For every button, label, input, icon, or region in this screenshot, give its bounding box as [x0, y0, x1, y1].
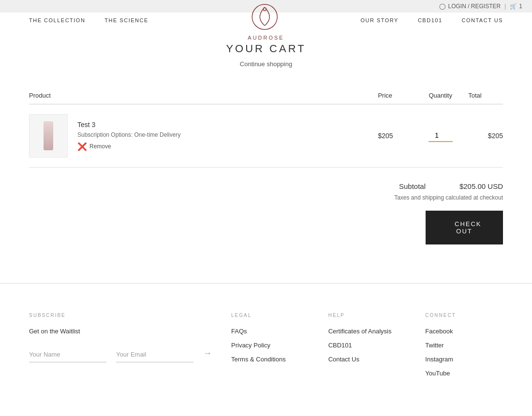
product-thumbnail [44, 121, 53, 150]
remove-button[interactable]: ❌ Remove [77, 142, 180, 151]
product-name: Test 3 [77, 121, 180, 129]
item-total: $205 [468, 104, 503, 168]
footer-facebook-link[interactable]: Facebook [425, 328, 503, 335]
footer-cbd101-link[interactable]: CBD101 [328, 342, 406, 349]
footer-contact-link[interactable]: Contact Us [328, 356, 406, 363]
product-subscription: Subscription Options: One-time Delivery [77, 131, 180, 138]
cart-title: YOUR CART [29, 43, 503, 55]
main-content: YOUR CART Continue shopping Product Pric… [0, 28, 532, 273]
login-register-area[interactable]: ◯ LOGIN / REGISTER [439, 3, 501, 10]
footer-privacy-link[interactable]: Privacy Policy [231, 342, 309, 349]
subtotal-value: $205.00 USD [445, 182, 503, 190]
product-cell: Test 3 Subscription Options: One-time De… [29, 114, 378, 158]
footer-faqs-link[interactable]: FAQs [231, 328, 309, 335]
footer-legal-col: LEGAL FAQs Privacy Policy Terms & Condit… [231, 313, 309, 384]
subtotal-row: Subtotal $205.00 USD [399, 182, 503, 190]
nav-our-story[interactable]: OUR STORY [360, 17, 399, 23]
legal-heading: LEGAL [231, 313, 309, 318]
footer: SUBSCRIBE Get on the Waitlist → LEGAL FA… [0, 293, 532, 403]
col-product: Product [29, 87, 378, 104]
footer-connect-col: CONNECT Facebook Twitter Instagram YouTu… [425, 313, 503, 384]
logo-text: AUDROSE [248, 35, 284, 41]
col-quantity: Quantity [413, 87, 468, 104]
logo[interactable]: AUDROSE [248, 0, 284, 41]
name-input[interactable] [29, 347, 106, 362]
quantity-cell [413, 104, 468, 168]
subscribe-inputs: → [29, 344, 212, 362]
quantity-input[interactable] [429, 129, 453, 142]
continue-shopping-link[interactable]: Continue shopping [240, 60, 292, 68]
divider: | [504, 3, 506, 10]
footer-subscribe-col: SUBSCRIBE Get on the Waitlist → [29, 313, 212, 384]
subscribe-form: → [29, 344, 212, 362]
svg-point-0 [252, 4, 277, 29]
nav-left: THE COLLECTION THE SCIENCE [29, 17, 148, 23]
nav-the-collection[interactable]: THE COLLECTION [29, 17, 85, 23]
remove-icon: ❌ [77, 142, 87, 151]
subtotal-section: Subtotal $205.00 USD Taxes and shipping … [29, 168, 503, 259]
nav-right: OUR STORY CBD101 CONTACT US [360, 17, 503, 23]
user-icon: ◯ [439, 3, 445, 10]
col-price: Price [378, 87, 413, 104]
footer-youtube-link[interactable]: YouTube [425, 370, 503, 377]
svg-point-1 [263, 8, 266, 11]
email-field [116, 347, 193, 362]
email-input[interactable] [116, 347, 193, 362]
connect-heading: CONNECT [425, 313, 503, 318]
remove-label: Remove [89, 143, 111, 150]
footer-divider [0, 283, 532, 284]
cart-icon-area[interactable]: 🛒 1 [510, 3, 522, 10]
help-heading: HELP [328, 313, 406, 318]
subscribe-submit-button[interactable]: → [203, 344, 212, 362]
name-field [29, 347, 106, 362]
footer-coa-link[interactable]: Certificates of Analysis [328, 328, 406, 335]
nav-contact-us[interactable]: CONTACT US [462, 17, 503, 23]
footer-instagram-link[interactable]: Instagram [425, 356, 503, 363]
table-row: Test 3 Subscription Options: One-time De… [29, 104, 503, 168]
nav-cbd101[interactable]: CBD101 [418, 17, 443, 23]
footer-help-col: HELP Certificates of Analysis CBD101 Con… [328, 313, 406, 384]
product-image [29, 114, 68, 158]
cart-icon: 🛒 [510, 3, 517, 10]
footer-twitter-link[interactable]: Twitter [425, 342, 503, 349]
subscribe-description: Get on the Waitlist [29, 328, 212, 335]
cart-count: 1 [519, 3, 522, 10]
item-price: $205 [378, 104, 413, 168]
cart-table: Product Price Quantity Total Test 3 Subs… [29, 87, 503, 168]
subtotal-label: Subtotal [399, 182, 426, 190]
header: THE COLLECTION THE SCIENCE AUDROSE OUR S… [0, 13, 532, 28]
login-register-label[interactable]: LOGIN / REGISTER [448, 3, 501, 10]
product-info: Test 3 Subscription Options: One-time De… [77, 121, 180, 151]
tax-note: Taxes and shipping calculated at checkou… [394, 194, 503, 201]
footer-terms-link[interactable]: Terms & Conditions [231, 356, 309, 363]
footer-grid: SUBSCRIBE Get on the Waitlist → LEGAL FA… [29, 313, 503, 384]
nav-the-science[interactable]: THE SCIENCE [104, 17, 148, 23]
subscribe-heading: SUBSCRIBE [29, 313, 212, 318]
checkout-button[interactable]: CHECK OUT [426, 211, 503, 244]
col-total: Total [468, 87, 503, 104]
logo-icon [248, 0, 281, 34]
